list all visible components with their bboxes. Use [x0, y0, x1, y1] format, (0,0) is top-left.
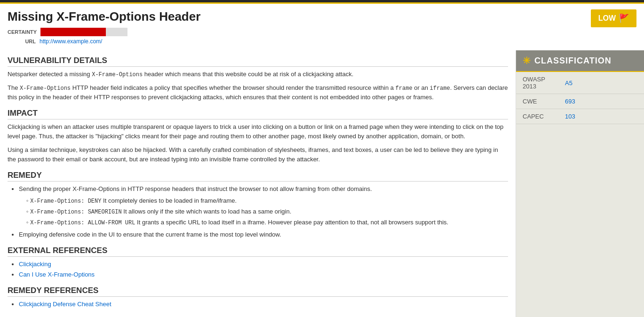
remedy-links-list: Clickjacking Defense Cheat Sheet: [19, 300, 508, 309]
certainty-label: CERTAINTY: [8, 29, 37, 35]
remedy-item-2: Employing defensive code in the UI to en…: [19, 230, 508, 239]
impact-heading: IMPACT: [8, 109, 508, 119]
ext-link-2[interactable]: Can I Use X-Frame-Options: [19, 271, 95, 278]
severity-badge: LOW 🚩: [591, 9, 636, 27]
flag-icon: 🚩: [619, 13, 629, 24]
certainty-bar-container: [40, 28, 127, 36]
severity-text: LOW: [598, 14, 616, 23]
remedy-item-1: Sending the proper X-Frame-Options in HT…: [19, 184, 508, 228]
vulnerability-p1: Netsparker detected a missing X-Frame-Op…: [8, 70, 508, 79]
class-link-owasp[interactable]: A5: [565, 79, 572, 87]
impact-p2: Using a similar technique, keystrokes ca…: [8, 145, 508, 164]
class-link-cwe[interactable]: 693: [565, 98, 575, 105]
class-label-capec: CAPEC: [516, 109, 558, 124]
remedy-sub-1: X-Frame-Options: DENY It completely deni…: [26, 196, 508, 206]
remedy-sub-2: X-Frame-Options: SAMEORIGIN It allows on…: [26, 207, 508, 216]
top-bar: [0, 0, 644, 4]
certainty-row: CERTAINTY: [8, 28, 591, 36]
remedy-sublist-1: X-Frame-Options: DENY It completely deni…: [26, 196, 508, 227]
classification-header: ✳ CLASSIFICATION: [516, 50, 644, 72]
certainty-fill: [40, 28, 106, 36]
page-wrapper: Missing X-Frame-Options Header CERTAINTY…: [0, 4, 644, 317]
remedy-sub-3: X-Frame-Options: ALLOW-FROM URL It grant…: [26, 218, 508, 227]
class-row-owasp: OWASP 2013 A5: [516, 72, 644, 94]
url-link[interactable]: http://www.example.com/: [40, 38, 102, 45]
class-label-cwe: CWE: [516, 94, 558, 109]
vulnerability-p2: The X-Frame-Options HTTP header field in…: [8, 83, 508, 103]
external-links-list: Clickjacking Can I Use X-Frame-Options: [19, 260, 508, 279]
class-row-capec: CAPEC 103: [516, 109, 644, 124]
asterisk-icon: ✳: [523, 55, 531, 66]
class-value-owasp: A5: [558, 72, 644, 94]
remedy-heading: REMEDY: [8, 171, 508, 182]
ext-link-item-2: Can I Use X-Frame-Options: [19, 270, 508, 279]
impact-p1: Clickjacking is when an attacker uses mu…: [8, 122, 508, 141]
url-label: URL: [8, 39, 36, 44]
main-content: VULNERABILITY DETAILS Netsparker detecte…: [0, 50, 516, 317]
class-link-capec[interactable]: 103: [565, 113, 575, 120]
page-title: Missing X-Frame-Options Header: [8, 9, 591, 24]
class-value-cwe: 693: [558, 94, 644, 109]
classification-title: CLASSIFICATION: [534, 56, 612, 66]
classification-table: OWASP 2013 A5 CWE 693 CAPEC: [516, 72, 644, 124]
external-heading: EXTERNAL REFERENCES: [8, 246, 508, 257]
class-value-capec: 103: [558, 109, 644, 124]
remedy-list: Sending the proper X-Frame-Options in HT…: [19, 184, 508, 239]
content-area: VULNERABILITY DETAILS Netsparker detecte…: [0, 50, 644, 317]
sidebar: ✳ CLASSIFICATION OWASP 2013 A5 CWE 693: [516, 50, 644, 317]
remedy-link-1[interactable]: Clickjacking Defense Cheat Sheet: [19, 301, 111, 308]
class-label-owasp: OWASP 2013: [516, 72, 558, 94]
header-area: Missing X-Frame-Options Header CERTAINTY…: [0, 4, 644, 50]
remedy-link-item-1: Clickjacking Defense Cheat Sheet: [19, 300, 508, 309]
certainty-bar: [40, 28, 127, 36]
class-row-cwe: CWE 693: [516, 94, 644, 109]
ext-link-item-1: Clickjacking: [19, 260, 508, 269]
url-row: URL http://www.example.com/: [8, 38, 591, 45]
vulnerability-heading: VULNERABILITY DETAILS: [8, 56, 508, 67]
remedy-ref-heading: REMEDY REFERENCES: [8, 286, 508, 297]
title-section: Missing X-Frame-Options Header CERTAINTY…: [8, 9, 591, 47]
ext-link-1[interactable]: Clickjacking: [19, 261, 51, 268]
